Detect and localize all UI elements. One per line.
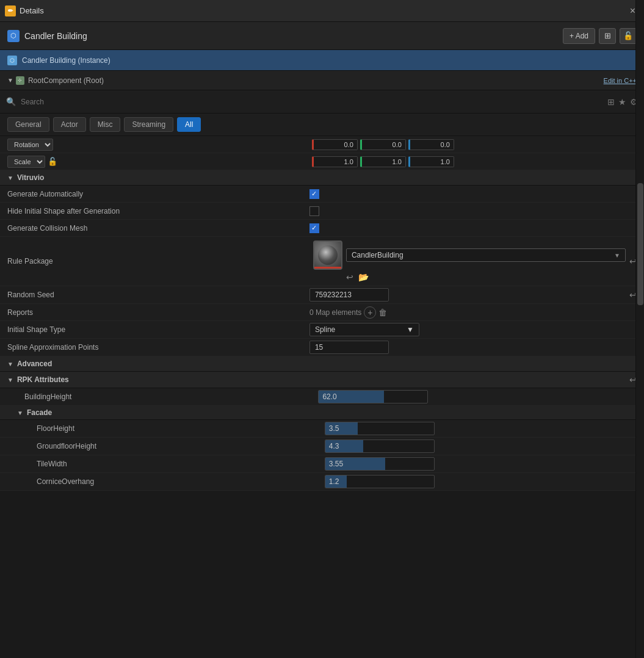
filter-tabs: General Actor Misc Streaming All bbox=[0, 114, 644, 136]
instance-name: Candler Building (Instance) bbox=[22, 56, 110, 65]
edit-in-cpp-link[interactable]: Edit in C++ bbox=[604, 77, 637, 84]
favorites-icon[interactable]: ★ bbox=[618, 97, 626, 107]
reports-add-button[interactable]: + bbox=[364, 306, 376, 319]
floor-height-field[interactable]: 3.5 bbox=[325, 422, 435, 435]
random-seed-input[interactable]: 759232213 bbox=[309, 288, 389, 302]
root-component-name: RootComponent (Root) bbox=[28, 76, 604, 85]
reports-value: 0 Map elements + 🗑 bbox=[309, 306, 637, 319]
vitruvio-section-header[interactable]: ▼ Vitruvio bbox=[0, 170, 644, 186]
rotation-x-field[interactable]: 0.0 bbox=[312, 139, 358, 150]
rule-package-value: CandlerBuilding ▼ ↩ 📂 bbox=[313, 240, 626, 282]
add-button[interactable]: + Add bbox=[563, 28, 595, 44]
advanced-section-header[interactable]: ▼ Advanced bbox=[0, 356, 644, 372]
tile-width-label: TileWidth bbox=[37, 460, 325, 468]
random-seed-row: Random Seed 759232213 ↩ bbox=[0, 286, 644, 304]
instance-row[interactable]: ⬡ Candler Building (Instance) bbox=[0, 50, 644, 71]
floor-height-row: FloorHeight 3.5 bbox=[0, 420, 644, 438]
scale-y-field[interactable] bbox=[360, 156, 406, 167]
generate-auto-checkbox[interactable] bbox=[309, 189, 319, 199]
groundfloor-height-label: GroundfloorHeight bbox=[37, 442, 325, 450]
lock-icon-button[interactable]: 🔓 bbox=[620, 28, 637, 44]
facade-section-header[interactable]: ▼ Facade bbox=[0, 406, 644, 420]
actor-icon: ⬡ bbox=[7, 30, 20, 42]
rule-package-folder-icon[interactable]: 📂 bbox=[358, 272, 369, 282]
hide-initial-value bbox=[309, 206, 637, 216]
gen-collision-label: Generate Collision Mesh bbox=[7, 224, 309, 233]
cornice-overhang-field[interactable]: 1.2 bbox=[325, 475, 435, 488]
rotation-mode-select[interactable]: Rotation bbox=[7, 139, 53, 151]
rule-package-dropdown[interactable]: CandlerBuilding ▼ bbox=[346, 248, 626, 262]
rule-package-back-icon[interactable]: ↩ bbox=[346, 272, 353, 282]
building-height-display: 62.0 bbox=[322, 392, 336, 401]
tab-general[interactable]: General bbox=[7, 117, 49, 132]
rotation-z-field[interactable]: 0.0 bbox=[408, 139, 454, 150]
gen-collision-checkbox[interactable] bbox=[309, 223, 319, 233]
content-area: Rotation 0.0 0.0 0.0 Scale 🔓 ▼ Vitruvio … bbox=[0, 136, 644, 491]
rule-package-label: Rule Package bbox=[7, 257, 309, 266]
groundfloor-height-row: GroundfloorHeight 4.3 bbox=[0, 438, 644, 455]
spline-approx-label: Spline Approximation Points bbox=[7, 343, 309, 352]
hide-initial-label: Hide Initial Shape after Generation bbox=[7, 207, 309, 215]
cornice-overhang-label: CorniceOverhang bbox=[37, 477, 325, 486]
floor-height-value: 3.5 bbox=[325, 422, 637, 435]
tab-streaming[interactable]: Streaming bbox=[124, 117, 173, 132]
scrollbar-thumb[interactable] bbox=[637, 183, 643, 305]
reports-row: Reports 0 Map elements + 🗑 bbox=[0, 304, 644, 321]
rule-package-thumbnail bbox=[313, 240, 342, 270]
tile-width-value: 3.55 bbox=[325, 457, 637, 471]
search-input[interactable] bbox=[21, 98, 602, 106]
actor-name: Candler Building bbox=[24, 31, 558, 41]
spline-approx-input[interactable]: 15 bbox=[309, 341, 389, 354]
rpk-expand-arrow: ▼ bbox=[7, 377, 13, 383]
scale-x-field[interactable] bbox=[312, 156, 358, 167]
tile-width-field[interactable]: 3.55 bbox=[325, 457, 435, 471]
generate-auto-label: Generate Automatically bbox=[7, 190, 309, 198]
generate-auto-value bbox=[309, 189, 637, 199]
vitruvio-expand-arrow: ▼ bbox=[7, 175, 13, 181]
gen-collision-value bbox=[309, 223, 637, 233]
generate-auto-row: Generate Automatically bbox=[0, 186, 644, 203]
actor-buttons: + Add ⊞ 🔓 bbox=[563, 28, 637, 44]
add-label: + Add bbox=[570, 32, 588, 40]
hide-initial-checkbox[interactable] bbox=[309, 206, 319, 216]
scale-z-field[interactable] bbox=[408, 156, 454, 167]
tab-actor[interactable]: Actor bbox=[53, 117, 86, 132]
shape-dropdown-arrow-icon: ▼ bbox=[407, 325, 414, 334]
advanced-expand-arrow: ▼ bbox=[7, 361, 13, 367]
table-view-icon[interactable]: ⊞ bbox=[607, 97, 615, 107]
collapse-arrow[interactable]: ▼ bbox=[7, 77, 13, 84]
building-height-field[interactable]: 62.0 bbox=[318, 390, 428, 403]
floor-height-display: 3.5 bbox=[329, 424, 339, 433]
tab-all[interactable]: All bbox=[177, 117, 201, 132]
cornice-overhang-row: CorniceOverhang 1.2 bbox=[0, 473, 644, 491]
vitruvio-section-title: Vitruvio bbox=[17, 173, 44, 182]
reports-delete-button[interactable]: 🗑 bbox=[378, 308, 387, 317]
instance-icon: ⬡ bbox=[7, 56, 17, 65]
layout-icon-button[interactable]: ⊞ bbox=[599, 28, 616, 44]
random-seed-label: Random Seed bbox=[7, 291, 309, 299]
root-component-row: ▼ ⊹ RootComponent (Root) Edit in C++ bbox=[0, 71, 644, 90]
actor-header: ⬡ Candler Building + Add ⊞ 🔓 bbox=[0, 22, 644, 50]
floor-height-label: FloorHeight bbox=[37, 424, 325, 433]
facade-expand-arrow: ▼ bbox=[17, 410, 23, 416]
root-icon: ⊹ bbox=[16, 76, 24, 85]
scale-mode-select[interactable]: Scale bbox=[7, 156, 45, 168]
initial-shape-type-row: Initial Shape Type Spline ▼ bbox=[0, 321, 644, 339]
spline-approx-row: Spline Approximation Points 15 bbox=[0, 339, 644, 356]
details-icon: ✏ bbox=[5, 5, 16, 16]
groundfloor-height-field[interactable]: 4.3 bbox=[325, 439, 435, 453]
initial-shape-type-selected: Spline bbox=[315, 325, 335, 334]
dropdown-arrow-icon: ▼ bbox=[614, 252, 620, 259]
spline-approx-value: 15 bbox=[309, 341, 637, 354]
random-seed-value: 759232213 bbox=[309, 288, 629, 302]
rpk-attributes-section-title: RPK Attributes bbox=[17, 375, 69, 384]
search-bar: 🔍 ⊞ ★ ⚙ bbox=[0, 90, 644, 114]
initial-shape-type-dropdown[interactable]: Spline ▼ bbox=[309, 323, 419, 336]
scale-lock-icon[interactable]: 🔓 bbox=[48, 157, 57, 166]
rotation-y-field[interactable]: 0.0 bbox=[360, 139, 406, 150]
rule-package-dropdown-value: CandlerBuilding bbox=[352, 251, 403, 259]
tile-width-row: TileWidth 3.55 bbox=[0, 455, 644, 473]
cornice-overhang-value: 1.2 bbox=[325, 475, 637, 488]
tab-misc[interactable]: Misc bbox=[90, 117, 121, 132]
rpk-attributes-section-header[interactable]: ▼ RPK Attributes ↩ bbox=[0, 372, 644, 388]
